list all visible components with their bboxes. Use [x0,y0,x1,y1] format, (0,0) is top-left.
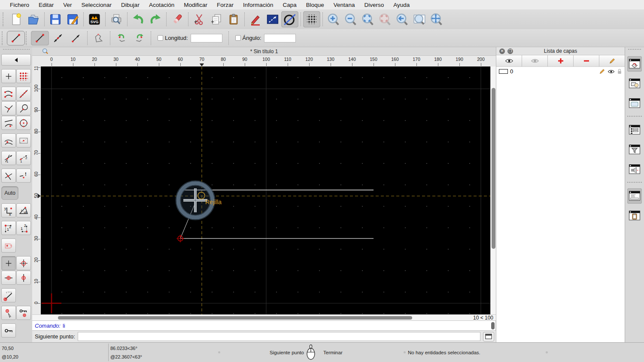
zoom-pan-button[interactable] [428,11,445,27]
draft-mode-button[interactable] [281,11,298,27]
close-panel-icon[interactable]: ✕ [499,48,505,54]
menu-Capa[interactable]: Capa [278,2,301,8]
layer-row[interactable]: 0 [496,67,625,76]
menu-Fichero[interactable]: Fichero [5,2,34,8]
save-as-button[interactable] [64,11,81,27]
show-all-layers-button[interactable] [496,55,522,66]
entity-attributes-button[interactable] [264,11,281,27]
menu-Bloque[interactable]: Bloque [301,2,329,8]
redo-button[interactable] [147,11,164,27]
redo-segment-button[interactable] [131,31,149,45]
horizontal-scroll-thumb[interactable] [58,316,412,320]
open-file-button[interactable] [25,11,42,27]
longitud-input[interactable] [191,34,222,42]
export-svg-button[interactable]: SVG [86,11,103,27]
restrict-nothing-button[interactable] [1,256,16,270]
line-tool-button[interactable] [7,31,25,45]
auto-snap-button[interactable]: Auto [1,186,18,200]
snap-tangent-button[interactable] [16,101,31,115]
new-document-button[interactable] [8,11,25,27]
snap-grid-button[interactable] [16,69,31,83]
intersection-point-button[interactable] [1,169,16,183]
toolbar-handle-3[interactable] [26,31,29,45]
vertical-scrollbar[interactable] [490,66,496,314]
toolbar-handle-2[interactable] [2,31,5,45]
command-history[interactable]: Comando: li [32,320,496,331]
line-segments-button[interactable] [31,31,49,45]
float-panel-icon[interactable]: ❐ [507,48,513,54]
delete-entities-button[interactable] [169,11,186,27]
restrict-vertical-button[interactable] [16,271,31,285]
longitud-checkbox[interactable] [158,35,163,41]
dock-entity-filter-button[interactable] [627,142,642,157]
menu-Dibujar[interactable]: Dibujar [116,2,144,8]
copy-button[interactable] [208,11,225,27]
toolbar-handle[interactable] [3,12,6,26]
undo-button[interactable] [130,11,147,27]
snap-exclaim-button[interactable]: ! [16,169,31,183]
lock-relative-zero-button[interactable] [16,306,31,320]
command-scroll-thumb[interactable] [491,322,495,329]
document-zoom-icon[interactable] [42,48,49,54]
dock-command-widget-button[interactable] [627,188,642,204]
snap-entity-box-button[interactable] [16,133,31,148]
cartesian-coords-button[interactable]: yx [1,203,16,217]
set-angle-button[interactable] [1,288,16,302]
menu-Modificar[interactable]: Modificar [179,2,212,8]
cut-button[interactable] [191,11,208,27]
hide-all-layers-button[interactable] [522,55,548,66]
save-button[interactable] [47,11,64,27]
polyline-close-button[interactable] [90,31,108,45]
relative-corner-1-button[interactable]: 12 [1,221,16,235]
snap-free-button[interactable] [1,69,16,83]
layer-visible-icon[interactable] [608,69,615,74]
zoom-auto-button[interactable] [359,11,377,27]
strip-handle[interactable] [628,49,641,51]
dock-block-list-button[interactable] [627,76,642,91]
polar-coords-button[interactable]: ra [16,203,31,217]
toggle-grid-button[interactable] [303,11,320,27]
dock-exploded-view-button[interactable] [627,162,642,177]
menu-Diverso[interactable]: Diverso [359,2,389,8]
snap-endpoints-button[interactable] [1,87,16,101]
menu-Ayuda[interactable]: Ayuda [389,2,414,8]
vertical-scroll-thumb[interactable] [492,88,495,249]
dock-entity-list-button[interactable] [627,122,642,138]
relative-corner-2-button[interactable]: 12 [16,221,31,235]
layer-edit-icon[interactable] [599,68,605,75]
zoom-out-button[interactable] [342,11,359,27]
intersection-manual-2-button[interactable]: 21 [16,151,31,165]
zoom-in-button[interactable] [325,11,342,27]
line-both-arrows-button[interactable] [49,31,67,45]
paste-button[interactable] [225,11,242,27]
drawing-canvas[interactable]: Rejilla [41,66,490,314]
snap-distance-button[interactable] [1,116,16,130]
snap-middle-manual-button[interactable] [1,306,16,320]
menu-Ventana[interactable]: Ventana [329,2,360,8]
zoom-previous-button[interactable] [377,11,394,27]
menu-Acotación[interactable]: Acotación [144,2,179,8]
snap-center-button[interactable] [16,116,31,130]
menu-Ver[interactable]: Ver [58,2,76,8]
snap-on-entity-button[interactable] [16,87,31,101]
menu-Editar[interactable]: Editar [34,2,58,8]
add-layer-button[interactable] [548,55,574,66]
print-preview-button[interactable] [108,11,125,27]
zoom-back-button[interactable] [394,11,411,27]
menu-Forzar[interactable]: Forzar [212,2,238,8]
snap-middle-button[interactable] [1,133,16,148]
intersection-manual-1-button[interactable]: 1 [1,151,16,165]
sidebar-handle[interactable] [3,49,30,52]
dock-library-browser-button[interactable] [627,96,642,111]
restrict-horizontal-button[interactable] [1,271,16,285]
keyboard-toggle-button[interactable] [483,332,494,341]
back-button[interactable] [1,54,31,66]
line-one-arrow-button[interactable] [67,31,85,45]
lock-button[interactable] [1,323,16,338]
dock-clipboard-widget-button[interactable] [627,208,642,223]
pen-edit-button[interactable] [247,11,264,27]
zoom-window-button[interactable] [411,11,428,27]
layer-lock-icon[interactable] [617,69,622,75]
command-input[interactable] [78,332,480,341]
menu-Seleccionar[interactable]: Seleccionar [77,2,117,8]
